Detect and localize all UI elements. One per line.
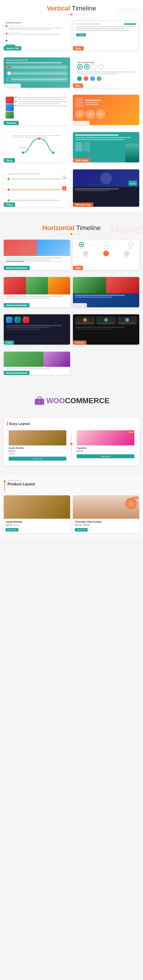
product-info-1: Layam Bonebe €29.00 €35.00 Add to cart bbox=[4, 519, 70, 533]
hike2-label: Hike bbox=[73, 266, 83, 270]
horizontal-row-1: AdvancedClassic bbox=[0, 237, 143, 275]
pl-add-btn-2[interactable]: Add to cart bbox=[75, 528, 88, 531]
easy-timeline-line-top bbox=[71, 433, 72, 442]
product-card-2[interactable]: New Chocolate Chip Cookies €25.00 - €30.… bbox=[73, 495, 139, 533]
adv-default-img-2 bbox=[43, 352, 70, 367]
mock-text-2: Ready for feedback bbox=[8, 31, 68, 33]
cool-icon-2 bbox=[14, 317, 21, 323]
product-card-1[interactable]: Layam Bonebe €29.00 €35.00 Add to cart bbox=[4, 495, 70, 533]
easy-label: Easy bbox=[73, 46, 84, 50]
timeline-card[interactable]: Timeline bbox=[4, 95, 70, 125]
price-row-1: €29.00 €35.00 bbox=[6, 524, 68, 526]
cool-app-icons bbox=[6, 317, 68, 323]
mock-text-1: Prepare to be launched bbox=[8, 25, 68, 27]
empty-slot bbox=[73, 352, 139, 375]
cool-card[interactable]: Cool bbox=[4, 314, 70, 345]
adv-classic-card[interactable]: AdvancedClassic bbox=[4, 240, 70, 270]
product-price-1: €29.00 bbox=[6, 524, 12, 526]
adv-default-img bbox=[4, 352, 70, 367]
curved-card[interactable]: Curved bbox=[73, 314, 139, 345]
place-card[interactable]: 5 8 Place bbox=[4, 169, 70, 207]
woo-bag-icon: W bbox=[34, 396, 45, 405]
horizontal-row-2: AdvancedArtistic Overlay bbox=[0, 275, 143, 312]
mock-easy-btn[interactable]: Submit bbox=[76, 33, 86, 37]
svg-text:W: W bbox=[39, 400, 40, 402]
story-card[interactable]: Story bbox=[4, 132, 70, 162]
milestone-content: 1 2 3 bbox=[73, 95, 139, 123]
product-name-1: Layam Bonebe bbox=[6, 520, 68, 523]
some-lills-label: Some Lills bbox=[4, 46, 21, 50]
pl-add-btn-1[interactable]: Add to cart bbox=[6, 528, 18, 531]
easy-product-price-1: €29.00 bbox=[9, 450, 66, 452]
adv-classic-images bbox=[4, 240, 70, 256]
svg-point-1 bbox=[38, 137, 40, 140]
vertical-row-3: Timeline 1 2 3 Milestone bbox=[0, 92, 143, 130]
some-lills-card[interactable]: Submit and Launch! Prepare to be launche… bbox=[4, 20, 70, 50]
product-old-price-1: €35.00 bbox=[14, 524, 19, 526]
self-study-label: Self Study bbox=[73, 158, 90, 162]
vertical-title-plain: Timeline bbox=[72, 5, 96, 12]
adv-artistic-card[interactable]: AdvancedArtistic bbox=[4, 277, 70, 307]
vertical-section-header: Vertic Vertical Timeline bbox=[0, 0, 143, 18]
milestone-card[interactable]: 1 2 3 Milestone bbox=[73, 95, 139, 125]
full-width-card[interactable]: Define A New Main Post Day Full Width bbox=[4, 57, 70, 88]
section-divider-4 bbox=[0, 470, 143, 475]
horizontal-row-4: AdvancedDefault bbox=[0, 349, 143, 380]
adv-artistic-images bbox=[4, 277, 70, 294]
easy-add-to-cart-2[interactable]: Add to cart bbox=[77, 454, 134, 458]
hike-heading: Trip to Anywhere Map bbox=[77, 62, 135, 63]
overlay-card[interactable]: Overlay bbox=[73, 277, 139, 307]
place-timeline bbox=[8, 177, 60, 203]
easy-center-timeline bbox=[70, 429, 73, 454]
easy-card[interactable]: Submit Easy bbox=[73, 20, 139, 50]
card-mock-heading: Submit and Launch! bbox=[6, 22, 68, 24]
section-divider-2 bbox=[0, 380, 143, 389]
product-img-2 bbox=[73, 495, 139, 519]
horizontal-row-3: Cool Curve bbox=[0, 312, 143, 349]
hike-icons bbox=[77, 76, 135, 81]
easy-layout-section: Easy Layout Layam Bonebe €29.00 €35.00 A… bbox=[0, 415, 143, 470]
place-label: Place bbox=[4, 202, 15, 207]
pl-vert-line bbox=[5, 482, 5, 492]
miranda-label: Miranda Gdc bbox=[73, 202, 93, 207]
easy-product-name-1: Layam Bonebe bbox=[9, 447, 66, 449]
easy-product-img-1 bbox=[9, 430, 66, 445]
fw-heading: Define A New Main Post Day bbox=[6, 59, 68, 61]
section-divider-1 bbox=[0, 212, 143, 218]
product-img-1 bbox=[4, 495, 70, 519]
product-layout-section: Product Layout Layam Bonebe €29.00 €35.0… bbox=[0, 475, 143, 538]
horizontal-title-accent: Horizontal bbox=[43, 224, 74, 231]
easy-product-price-2: €25.00 bbox=[77, 450, 134, 452]
easy-product-name-2: Cupcakes bbox=[77, 447, 134, 449]
adv-classic-label: AdvancedClassic bbox=[4, 266, 30, 270]
easy-timeline-dot bbox=[70, 442, 73, 445]
timeline-label: Timeline bbox=[4, 121, 19, 125]
cool-icon-3 bbox=[23, 317, 29, 323]
adv-default-card[interactable]: AdvancedDefault bbox=[4, 352, 70, 375]
full-width-label: Full Width bbox=[4, 84, 21, 88]
hike2-card[interactable]: Hike bbox=[73, 240, 139, 270]
horizontal-title-plain: Timeline bbox=[76, 224, 101, 231]
easy-product-img-2 bbox=[77, 430, 134, 445]
woo-logo: W WOOCOMMERCE bbox=[34, 396, 109, 405]
cool-icon-1 bbox=[6, 317, 13, 323]
self-study-img bbox=[125, 144, 139, 162]
curved-item-3 bbox=[117, 317, 137, 325]
self-study-card[interactable]: Self Study bbox=[73, 132, 139, 162]
vertical-title-accent: Vertical bbox=[47, 5, 70, 12]
miranda-text bbox=[73, 187, 139, 192]
cool-content bbox=[4, 314, 70, 332]
adv-artistic-label: AdvancedArtistic bbox=[4, 303, 29, 307]
milestone-label: Milestone bbox=[73, 121, 90, 125]
horizontal-title: Horizontal Timeline bbox=[0, 224, 143, 232]
story-label: Story bbox=[4, 158, 15, 162]
miranda-card[interactable]: Animate Miranda Gdc bbox=[73, 169, 139, 207]
adv-default-label: AdvancedDefault bbox=[4, 371, 29, 375]
easy-layout-title: Easy Layout bbox=[9, 422, 30, 426]
place-date-1: 5 bbox=[64, 177, 65, 179]
easy-product-left: Layam Bonebe €29.00 €35.00 Add to cart bbox=[7, 429, 68, 462]
woo-accent: WOO bbox=[46, 396, 65, 405]
hike-card[interactable]: Trip to Anywhere Map Hike bbox=[73, 57, 139, 88]
easy-add-to-cart-1[interactable]: Add to cart bbox=[9, 457, 66, 461]
vertical-row-4: Story Self Study bbox=[0, 130, 143, 167]
